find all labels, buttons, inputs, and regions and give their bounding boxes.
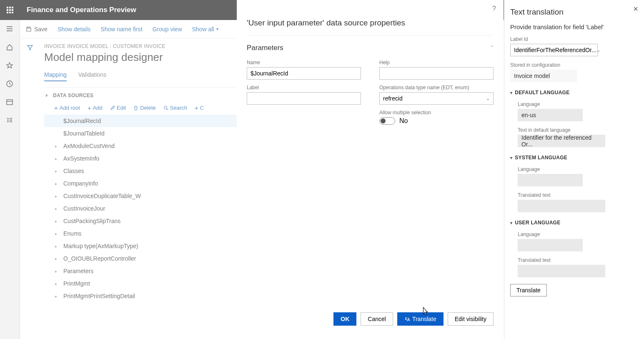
name-input[interactable] — [247, 67, 361, 80]
tree-row[interactable]: ▸Parameters — [44, 265, 237, 277]
tree-item-label: CustInvoiceJour — [61, 205, 105, 212]
edt-select[interactable]: refrecid ⌄ — [379, 92, 494, 105]
user-language-header[interactable]: USER LANGUAGE — [510, 220, 638, 226]
help-input[interactable] — [379, 67, 494, 80]
tree-row[interactable]: ▸CustPackingSlipTrans — [44, 215, 237, 227]
tree-row[interactable]: ▸PrintMgmtPrintSettingDetail — [44, 290, 237, 302]
expand-icon[interactable]: ▸ — [55, 144, 61, 148]
allow-multi-toggle[interactable] — [379, 117, 395, 125]
tree-item-label: Markup type(AxMarkupType) — [61, 243, 138, 249]
expand-icon[interactable]: ▸ — [55, 231, 61, 236]
tree-row[interactable]: ▸O_OIOUBLReportController — [44, 252, 237, 265]
svg-rect-1 — [9, 7, 11, 8]
app-title: Finance and Operations Preview — [20, 6, 136, 14]
add-button[interactable]: +Add — [88, 104, 103, 111]
workspace-icon[interactable] — [6, 98, 14, 107]
help-label: Help — [379, 60, 494, 65]
user-language-label: Language — [518, 231, 638, 237]
ds-toolbar: +Add root +Add Edit Delete Search +C — [54, 104, 237, 111]
stored-in-value: Invoice model — [510, 70, 577, 82]
page-title: Model mapping designer — [44, 51, 237, 64]
system-text-label: Translated text — [518, 192, 638, 198]
tree-row[interactable]: ▸CustInvoiceDuplicateTable_W — [44, 190, 237, 202]
help-icon[interactable]: ? — [492, 5, 496, 13]
label-id-select[interactable]: IdentifierForTheReferencedOr... ⌄ — [510, 44, 598, 56]
data-sources-header: DATA SOURCES — [53, 93, 93, 98]
expand-icon[interactable]: ▸ — [55, 256, 61, 261]
tree-row[interactable]: ▸CustInvoiceJour — [44, 202, 237, 215]
modules-icon[interactable] — [6, 117, 14, 125]
allow-multi-label: Allow multiple selection — [379, 110, 494, 116]
tree-row[interactable]: ▸CompanyInfo — [44, 177, 237, 190]
svg-rect-8 — [12, 12, 13, 13]
user-text-value[interactable] — [518, 265, 605, 277]
expand-icon[interactable]: ▸ — [55, 269, 61, 274]
default-text-value: Identifier for the referenced Or... — [518, 135, 605, 147]
system-text-value[interactable] — [518, 200, 605, 212]
show-all-button[interactable]: Show all▾ — [192, 26, 219, 33]
waffle-icon[interactable] — [0, 0, 20, 20]
tree-row[interactable]: ▸AxSystemInfo — [44, 152, 237, 165]
edit-button[interactable]: Edit — [110, 104, 126, 111]
svg-rect-7 — [9, 12, 11, 13]
expand-icon[interactable]: ▸ — [55, 281, 61, 286]
tree-item-label: O_OIOUBLReportController — [61, 255, 136, 262]
user-language-value[interactable] — [518, 239, 583, 251]
tree-row[interactable]: $JournalTableId — [44, 127, 237, 140]
tree-row[interactable]: ▸Markup type(AxMarkupType) — [44, 240, 237, 252]
translate-button[interactable]: Translate — [397, 312, 444, 326]
svg-rect-3 — [7, 9, 8, 11]
recent-icon[interactable] — [6, 80, 14, 88]
expand-icon[interactable]: ▸ — [55, 156, 61, 161]
parameters-section-header[interactable]: Parameters ˄ — [247, 35, 494, 52]
ok-button[interactable]: OK — [333, 312, 356, 326]
hamburger-icon[interactable] — [6, 25, 14, 33]
expand-icon[interactable]: ▸ — [55, 206, 61, 211]
add-root-button[interactable]: +Add root — [54, 104, 80, 111]
expand-icon[interactable]: ▸ — [55, 219, 61, 223]
tree-item-label: PrintMgmtPrintSettingDetail — [61, 293, 135, 299]
default-language-header[interactable]: DEFAULT LANGUAGE — [510, 90, 638, 95]
tree-item-label: CustPackingSlipTrans — [61, 218, 120, 224]
filter-icon[interactable] — [27, 44, 33, 339]
chevron-up-icon: ˄ — [491, 45, 494, 51]
expand-icon[interactable]: ▸ — [55, 169, 61, 173]
default-text-label: Text in default language — [518, 127, 638, 133]
tree-row[interactable]: $JournalRecId — [44, 115, 237, 127]
expand-icon[interactable]: ▸ — [55, 294, 61, 299]
tree-row[interactable]: ▸AxModuleCustVend — [44, 140, 237, 152]
edit-visibility-button[interactable]: Edit visibility — [448, 312, 494, 326]
dialog-footer: OK Cancel Translate Edit visibility — [333, 312, 494, 326]
svg-rect-11 — [28, 27, 30, 28]
star-icon[interactable] — [6, 62, 14, 70]
expand-icon[interactable]: ▸ — [55, 194, 61, 198]
translation-pane: × Text translation Provide translation f… — [504, 0, 644, 339]
tree-row[interactable]: ▸PrintMgmt — [44, 277, 237, 290]
label-input[interactable] — [247, 92, 361, 105]
more-button[interactable]: +C — [195, 104, 204, 111]
save-button[interactable]: Save — [26, 26, 48, 33]
expand-icon[interactable]: ▸ — [55, 181, 61, 186]
tab-validations[interactable]: Validations — [78, 71, 106, 81]
system-language-header[interactable]: SYSTEM LANGUAGE — [510, 155, 638, 161]
home-icon[interactable] — [6, 43, 14, 52]
tree-row[interactable]: ▸Classes — [44, 165, 237, 177]
tree-item-label: $JournalRecId — [61, 118, 101, 124]
delete-button[interactable]: Delete — [133, 104, 156, 111]
tab-mapping[interactable]: Mapping — [44, 71, 67, 81]
close-icon[interactable]: × — [633, 4, 638, 14]
translate-action-button[interactable]: Translate — [510, 284, 547, 296]
show-name-first-button[interactable]: Show name first — [100, 26, 142, 33]
translation-subtitle: Provide translation for field 'Label' — [510, 23, 638, 30]
main-area: INVOICE INVOICE MODEL : CUSTOMER INVOICE… — [20, 38, 237, 339]
stored-in-label: Stored in configuration — [510, 62, 638, 68]
translation-title: Text translation — [510, 8, 638, 17]
cancel-button[interactable]: Cancel — [361, 312, 393, 326]
chevron-right-icon[interactable] — [46, 94, 48, 97]
expand-icon[interactable]: ▸ — [55, 244, 61, 249]
search-button[interactable]: Search — [163, 104, 187, 111]
tree-row[interactable]: ▸Enums — [44, 227, 237, 240]
group-view-button[interactable]: Group view — [153, 26, 182, 33]
system-language-value[interactable] — [518, 174, 583, 186]
show-details-button[interactable]: Show details — [58, 26, 90, 33]
